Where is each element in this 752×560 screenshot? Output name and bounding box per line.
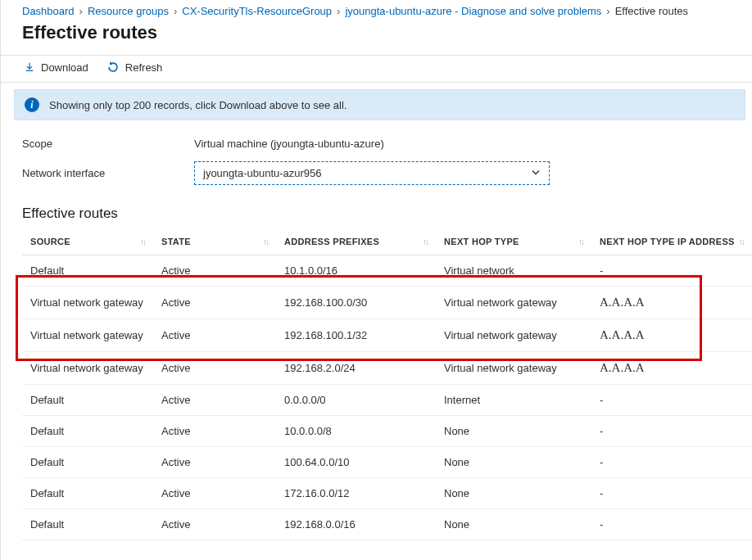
table-row: Virtual network gatewayActive192.168.100… [22, 319, 752, 352]
cell-prefix: 100.64.0.0/10 [276, 447, 436, 478]
table-header-row: Source↑↓ State↑↓ Address Prefixes↑↓ Next… [22, 228, 752, 255]
cell-state: Active [153, 416, 276, 447]
cell-hoptype: Virtual network gateway [436, 319, 591, 352]
network-interface-label: Network interface [22, 167, 194, 179]
sort-icon: ↑↓ [578, 237, 583, 246]
cell-source: Default [22, 447, 153, 478]
cell-state: Active [153, 478, 276, 509]
col-header-next-hop-type[interactable]: Next Hop Type↑↓ [436, 228, 591, 255]
cell-prefix: 192.168.0.0/16 [276, 509, 436, 540]
cell-hoptype: None [436, 447, 591, 478]
chevron-down-icon [531, 167, 541, 179]
col-header-hopip-label: Next Hop Type IP Address [600, 237, 735, 246]
cell-hopip: - [591, 385, 752, 416]
sort-icon: ↑↓ [263, 237, 268, 246]
cell-source: Virtual network gateway [22, 319, 153, 352]
breadcrumb-link-rg[interactable]: CX-SecurityTls-ResourceGroup [182, 5, 332, 17]
cell-state: Active [153, 509, 276, 540]
refresh-button[interactable]: Refresh [106, 61, 163, 74]
breadcrumb-sep: › [79, 5, 83, 17]
table-row: DefaultActive192.168.0.0/16None- [22, 509, 752, 540]
cell-hoptype: None [436, 509, 591, 540]
breadcrumb-sep: › [174, 5, 177, 17]
sort-icon: ↑↓ [423, 237, 428, 246]
breadcrumb-link-resource-groups[interactable]: Resource groups [88, 5, 169, 17]
sort-icon: ↑↓ [140, 237, 145, 246]
cell-hopip: - [591, 447, 752, 478]
page-title: Effective routes [1, 20, 752, 55]
cell-state: Active [153, 319, 276, 352]
cell-hopip: - [591, 416, 752, 447]
col-header-source-label: Source [30, 237, 70, 246]
cell-hoptype: None [436, 478, 591, 509]
info-bar: i Showing only top 200 records, click Do… [14, 89, 745, 120]
cell-hopip: - [591, 255, 752, 287]
col-header-source[interactable]: Source↑↓ [22, 228, 153, 255]
table-row: Virtual network gatewayActive192.168.100… [22, 287, 752, 319]
cell-state: Active [153, 385, 276, 416]
col-header-address-prefixes[interactable]: Address Prefixes↑↓ [276, 228, 436, 255]
cell-prefix: 192.168.2.0/24 [276, 352, 436, 385]
cell-source: Default [22, 478, 153, 509]
cell-prefix: 0.0.0.0/0 [276, 385, 436, 416]
network-interface-select[interactable]: jyoungta-ubuntu-azur956 [194, 161, 550, 185]
cell-hopip: - [591, 509, 752, 540]
toolbar: Download Refresh [1, 55, 752, 83]
breadcrumb-current: Effective routes [615, 5, 688, 17]
table-row: DefaultActive0.0.0.0/0Internet- [22, 385, 752, 416]
cell-prefix: 10.0.0.0/8 [276, 416, 436, 447]
cell-hoptype: Virtual network gateway [436, 352, 591, 385]
cell-source: Virtual network gateway [22, 287, 153, 319]
cell-hopip: - [591, 478, 752, 509]
cell-prefix: 192.168.100.1/32 [276, 319, 436, 352]
cell-hoptype: Virtual network gateway [436, 287, 591, 319]
cell-hopip: A.A.A.A [591, 287, 752, 319]
download-label: Download [41, 61, 88, 74]
cell-hopip: A.A.A.A [591, 352, 752, 385]
section-title: Effective routes [1, 191, 752, 228]
download-button[interactable]: Download [24, 61, 88, 74]
cell-source: Default [22, 385, 153, 416]
cell-source: Default [22, 509, 153, 540]
scope-label: Scope [22, 138, 194, 150]
breadcrumb-sep: › [606, 5, 609, 17]
cell-prefix: 10.1.0.0/16 [276, 255, 436, 287]
breadcrumb-sep: › [337, 5, 340, 17]
col-header-state[interactable]: State↑↓ [153, 228, 276, 255]
info-icon: i [25, 97, 39, 112]
cell-state: Active [153, 447, 276, 478]
refresh-label: Refresh [125, 61, 163, 74]
download-icon [24, 61, 35, 73]
breadcrumb-link-dashboard[interactable]: Dashboard [22, 5, 75, 17]
cell-state: Active [153, 255, 276, 287]
table-row: DefaultActive172.16.0.0/12None- [22, 478, 752, 509]
info-message: Showing only top 200 records, click Down… [49, 99, 347, 111]
cell-state: Active [153, 352, 276, 385]
table-row: Virtual network gatewayActive192.168.2.0… [22, 352, 752, 385]
network-interface-value: jyoungta-ubuntu-azur956 [203, 167, 322, 179]
cell-prefix: 172.16.0.0/12 [276, 478, 436, 509]
cell-state: Active [153, 287, 276, 319]
col-header-next-hop-ip[interactable]: Next Hop Type IP Address↑↓ [591, 228, 752, 255]
effective-routes-table: Source↑↓ State↑↓ Address Prefixes↑↓ Next… [22, 228, 752, 540]
breadcrumb: Dashboard › Resource groups › CX-Securit… [1, 0, 752, 20]
table-row: DefaultActive100.64.0.0/10None- [22, 447, 752, 478]
table-row: DefaultActive10.0.0.0/8None- [22, 416, 752, 447]
refresh-icon [106, 61, 120, 74]
cell-source: Default [22, 416, 153, 447]
cell-hoptype: None [436, 416, 591, 447]
cell-hoptype: Internet [436, 385, 591, 416]
col-header-hoptype-label: Next Hop Type [444, 237, 519, 246]
scope-value: Virtual machine (jyoungta-ubuntu-azure) [194, 138, 384, 150]
breadcrumb-link-diagnose[interactable]: jyoungta-ubuntu-azure - Diagnose and sol… [345, 5, 601, 17]
cell-source: Virtual network gateway [22, 352, 153, 385]
col-header-state-label: State [161, 237, 191, 246]
cell-hopip: A.A.A.A [591, 319, 752, 352]
cell-prefix: 192.168.100.0/30 [276, 287, 436, 319]
cell-hoptype: Virtual network [436, 255, 591, 287]
sort-icon: ↑↓ [739, 237, 744, 246]
table-row: DefaultActive10.1.0.0/16Virtual network- [22, 255, 752, 287]
cell-source: Default [22, 255, 153, 287]
col-header-prefix-label: Address Prefixes [284, 237, 379, 246]
